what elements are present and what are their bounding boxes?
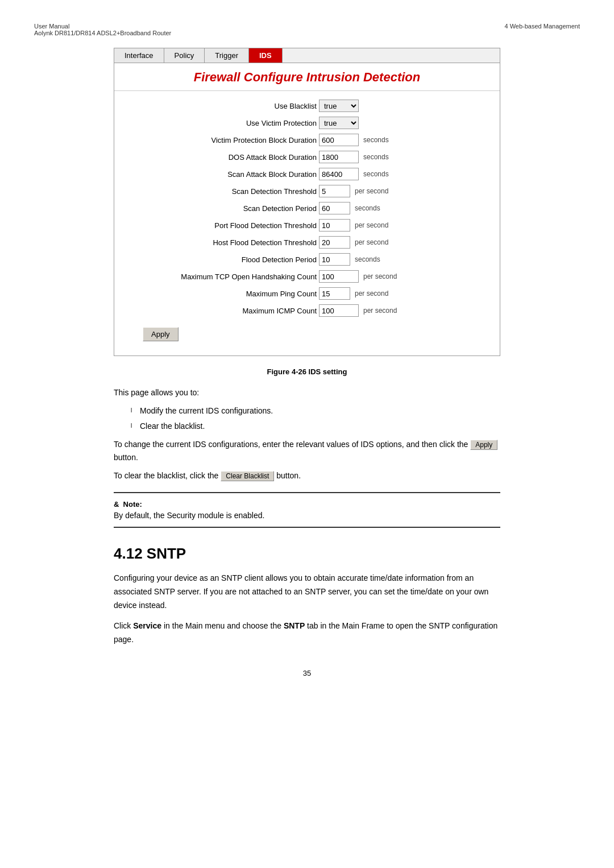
page-number: 35 bbox=[34, 669, 580, 677]
row-max-icmp: Maximum ICMP Count per second bbox=[131, 304, 483, 317]
sntp-section: 4.12 SNTP Configuring your device as an … bbox=[114, 545, 500, 646]
label-max-tcp-handshaking: Maximum TCP Open Handshaking Count bbox=[131, 272, 319, 281]
bullet-list: Modify the current IDS configurations. C… bbox=[131, 404, 500, 432]
description-para2: To clear the blacklist, click the Clear … bbox=[114, 469, 500, 482]
row-scan-attack-duration: Scan Attack Block Duration seconds bbox=[131, 168, 483, 180]
inline-clear-blacklist-button[interactable]: Clear Blacklist bbox=[221, 471, 274, 481]
header-right: 4 Web-based Management bbox=[505, 23, 580, 36]
label-host-flood-threshold: Host Flood Detection Threshold bbox=[131, 238, 319, 247]
ids-form: Use Blacklist true false Use Victim Prot… bbox=[114, 91, 500, 356]
row-port-flood-threshold: Port Flood Detection Threshold per secon… bbox=[131, 219, 483, 232]
section-title: Firewall Configure Intrusion Detection bbox=[114, 63, 500, 91]
unit-max-tcp-handshaking: per second bbox=[363, 272, 397, 280]
tab-interface[interactable]: Interface bbox=[114, 48, 164, 63]
sntp-para1: Configuring your device as an SNTP clien… bbox=[114, 572, 500, 612]
bullet-1: Modify the current IDS configurations. bbox=[131, 404, 500, 417]
unit-max-ping: per second bbox=[355, 290, 388, 297]
input-dos-block-duration[interactable] bbox=[319, 151, 359, 163]
unit-scan-attack-duration: seconds bbox=[363, 170, 389, 178]
label-use-blacklist: Use Blacklist bbox=[131, 102, 319, 110]
description-intro: This page allows you to: bbox=[114, 386, 500, 399]
label-flood-period: Flood Detection Period bbox=[131, 255, 319, 264]
bullet-2: Clear the blacklist. bbox=[131, 420, 500, 432]
input-port-flood-threshold[interactable] bbox=[319, 219, 350, 232]
header-left: User Manual Aolynk DR811/DR814 ADSL2+Bro… bbox=[34, 23, 171, 36]
tab-trigger[interactable]: Trigger bbox=[205, 48, 249, 63]
note-box: & Note: By default, the Security module … bbox=[114, 492, 500, 528]
header: User Manual Aolynk DR811/DR814 ADSL2+Bro… bbox=[34, 23, 580, 36]
input-flood-period[interactable] bbox=[319, 253, 350, 266]
input-max-icmp[interactable] bbox=[319, 304, 359, 317]
row-host-flood-threshold: Host Flood Detection Threshold per secon… bbox=[131, 236, 483, 249]
input-scan-threshold[interactable] bbox=[319, 185, 350, 197]
label-scan-period: Scan Detection Period bbox=[131, 204, 319, 213]
unit-host-flood-threshold: per second bbox=[355, 238, 388, 246]
input-host-flood-threshold[interactable] bbox=[319, 236, 350, 249]
figure-caption: Figure 4-26 IDS setting bbox=[114, 367, 500, 376]
row-use-victim-protection: Use Victim Protection true false bbox=[131, 117, 483, 129]
label-scan-attack-duration: Scan Attack Block Duration bbox=[131, 170, 319, 179]
unit-victim-block-duration: seconds bbox=[363, 136, 389, 144]
input-max-tcp-handshaking[interactable] bbox=[319, 270, 359, 283]
unit-port-flood-threshold: per second bbox=[355, 221, 388, 229]
description-para1: To change the current IDS configurations… bbox=[114, 438, 500, 464]
label-scan-threshold: Scan Detection Threshold bbox=[131, 187, 319, 196]
apply-button[interactable]: Apply bbox=[143, 327, 179, 341]
label-use-victim-protection: Use Victim Protection bbox=[131, 119, 319, 127]
label-max-ping: Maximum Ping Count bbox=[131, 290, 319, 298]
unit-flood-period: seconds bbox=[355, 255, 380, 263]
sntp-service-bold: Service bbox=[133, 621, 161, 630]
sntp-title: 4.12 SNTP bbox=[114, 545, 500, 563]
sntp-sntp-bold: SNTP bbox=[284, 621, 305, 630]
unit-scan-period: seconds bbox=[355, 204, 380, 212]
row-max-tcp-handshaking: Maximum TCP Open Handshaking Count per s… bbox=[131, 270, 483, 283]
row-flood-period: Flood Detection Period seconds bbox=[131, 253, 483, 266]
unit-max-icmp: per second bbox=[363, 307, 397, 315]
select-use-victim-protection[interactable]: true false bbox=[319, 117, 359, 129]
tab-policy[interactable]: Policy bbox=[164, 48, 205, 63]
row-victim-block-duration: Victim Protection Block Duration seconds bbox=[131, 134, 483, 146]
label-max-icmp: Maximum ICMP Count bbox=[131, 307, 319, 315]
unit-scan-threshold: per second bbox=[355, 187, 388, 195]
input-victim-block-duration[interactable] bbox=[319, 134, 359, 146]
label-dos-block-duration: DOS Attack Block Duration bbox=[131, 153, 319, 162]
input-max-ping[interactable] bbox=[319, 287, 350, 300]
note-label: & Note: bbox=[114, 500, 500, 509]
sntp-para2: Click Service in the Main menu and choos… bbox=[114, 619, 500, 647]
note-text: By default, the Security module is enabl… bbox=[114, 511, 500, 520]
tab-bar: Interface Policy Trigger IDS bbox=[114, 48, 500, 63]
row-scan-period: Scan Detection Period seconds bbox=[131, 202, 483, 214]
sntp-body: Configuring your device as an SNTP clien… bbox=[114, 572, 500, 646]
row-scan-threshold: Scan Detection Threshold per second bbox=[131, 185, 483, 197]
description-area: This page allows you to: Modify the curr… bbox=[114, 386, 500, 482]
row-use-blacklist: Use Blacklist true false bbox=[131, 100, 483, 112]
row-max-ping: Maximum Ping Count per second bbox=[131, 287, 483, 300]
unit-dos-block-duration: seconds bbox=[363, 153, 389, 161]
firewall-config-box: Interface Policy Trigger IDS Firewall Co… bbox=[114, 48, 500, 356]
label-victim-block-duration: Victim Protection Block Duration bbox=[131, 136, 319, 144]
tab-ids[interactable]: IDS bbox=[249, 48, 283, 63]
inline-apply-button[interactable]: Apply bbox=[470, 440, 497, 450]
input-scan-period[interactable] bbox=[319, 202, 350, 214]
input-scan-attack-duration[interactable] bbox=[319, 168, 359, 180]
label-port-flood-threshold: Port Flood Detection Threshold bbox=[131, 221, 319, 230]
select-use-blacklist[interactable]: true false bbox=[319, 100, 359, 112]
row-dos-block-duration: DOS Attack Block Duration seconds bbox=[131, 151, 483, 163]
